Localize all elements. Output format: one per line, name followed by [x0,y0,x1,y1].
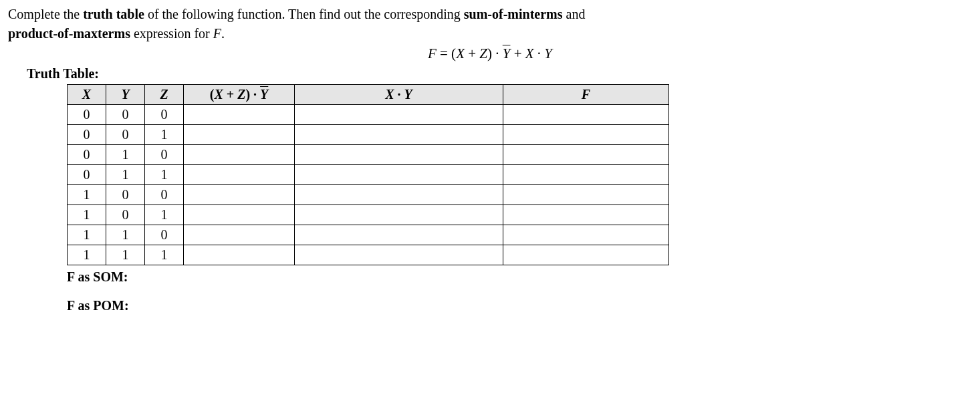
cell-z: 0 [145,145,184,165]
header-e2-x: X [385,87,394,102]
formula-eq: = ( [437,45,456,61]
cell-z: 0 [145,185,184,205]
cell-z: 1 [145,125,184,145]
formula: F = (X + Z) · Y + X · Y [8,45,972,62]
header-expr2: X · Y [295,85,503,105]
formula-plus: + [465,45,479,61]
cell-f [503,105,669,125]
cell-y: 1 [106,165,145,185]
cell-x: 0 [68,125,106,145]
header-e1-z: Z [237,87,245,102]
cell-x: 1 [68,245,106,265]
intro-text: of the following function. Then find out… [144,7,464,21]
cell-z: 1 [145,165,184,185]
cell-e2 [295,185,503,205]
cell-e2 [295,145,503,165]
cell-e1 [184,225,295,245]
header-e1-x: X [214,87,223,102]
cell-e2 [295,125,503,145]
formula-ybar: Y [503,45,511,61]
cell-z: 0 [145,105,184,125]
table-row: 0 0 0 [68,105,669,125]
formula-lhs: F [428,45,437,61]
cell-z: 1 [145,245,184,265]
table-row: 1 0 1 [68,205,669,225]
cell-e2 [295,245,503,265]
cell-e2 [295,105,503,125]
cell-y: 0 [106,185,145,205]
cell-f [503,205,669,225]
formula-x2: X [525,45,534,61]
header-x: X [68,85,106,105]
table-row: 1 1 1 [68,245,669,265]
truth-table-wrap: X Y Z (X + Z) · Y X · Y F 0 0 0 [67,84,972,265]
cell-f [503,145,669,165]
cell-e1 [184,205,295,225]
cell-f [503,125,669,145]
cell-y: 0 [106,205,145,225]
formula-z1: Z [479,45,487,61]
cell-e1 [184,245,295,265]
intro-bold-1: truth table [83,7,144,21]
cell-y: 0 [106,105,145,125]
cell-y: 1 [106,145,145,165]
cell-z: 0 [145,225,184,245]
intro-line-1: Complete the truth table of the followin… [8,5,972,23]
intro-text: Complete the [8,7,83,21]
header-e1-close: ) · [245,87,260,102]
cell-f [503,165,669,185]
cell-e1 [184,105,295,125]
cell-y: 1 [106,245,145,265]
pom-label: F as POM: [67,298,972,313]
header-e2-dot: · [394,87,404,102]
header-expr1: (X + Z) · Y [184,85,295,105]
cell-x: 1 [68,185,106,205]
header-y: Y [106,85,145,105]
intro-line-2: product-of-maxterms expression for F. [8,25,972,43]
table-header-row: X Y Z (X + Z) · Y X · Y F [68,85,669,105]
cell-x: 0 [68,145,106,165]
cell-e2 [295,205,503,225]
intro-bold-2: sum-of-minterms [464,7,563,21]
truth-table: X Y Z (X + Z) · Y X · Y F 0 0 0 [67,84,669,265]
cell-e2 [295,225,503,245]
formula-dot2: · [534,45,545,61]
header-z: Z [145,85,184,105]
intro-text: . [221,26,225,41]
table-row: 0 0 1 [68,125,669,145]
cell-f [503,225,669,245]
formula-x1: X [456,45,465,61]
cell-e1 [184,165,295,185]
formula-y2: Y [544,45,552,61]
cell-y: 0 [106,125,145,145]
cell-e1 [184,185,295,205]
header-e1-plus: + [223,87,237,102]
intro-var-f: F [213,26,221,41]
intro-text: expression for [130,26,213,41]
truth-table-label: Truth Table: [27,66,972,82]
cell-e1 [184,125,295,145]
formula-plus2: + [510,45,525,61]
som-label: F as SOM: [67,269,972,285]
cell-x: 0 [68,165,106,185]
table-row: 1 0 0 [68,185,669,205]
cell-f [503,245,669,265]
cell-e1 [184,145,295,165]
cell-f [503,185,669,205]
formula-close-dot: ) · [487,45,503,61]
table-body: 0 0 0 0 0 1 0 1 0 [68,105,669,265]
header-e1-ybar: Y [260,87,268,102]
intro-bold-3: product-of-maxterms [8,26,130,41]
cell-z: 1 [145,205,184,225]
header-f: F [503,85,669,105]
table-row: 0 1 0 [68,145,669,165]
intro-text: and [563,7,586,21]
cell-y: 1 [106,225,145,245]
cell-x: 1 [68,225,106,245]
header-e2-y: Y [404,87,412,102]
cell-x: 0 [68,105,106,125]
table-row: 1 1 0 [68,225,669,245]
cell-x: 1 [68,205,106,225]
cell-e2 [295,165,503,185]
table-row: 0 1 1 [68,165,669,185]
